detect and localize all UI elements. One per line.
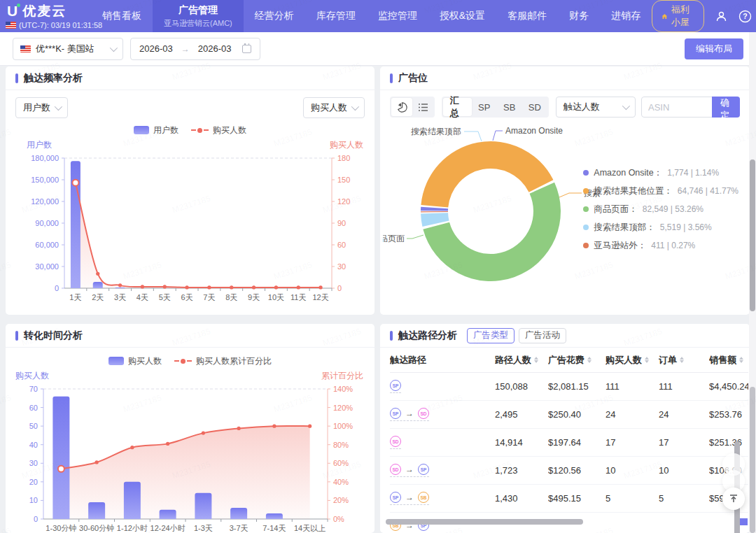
legend-item[interactable]: 亚马逊站外：411 | 0.27% [583,236,738,255]
metric-select-value: 用户数 [23,101,50,114]
table-cell: 17 [606,437,659,448]
legend-value: 64,746 | 41.77% [678,186,738,196]
table-row[interactable]: SD→SP1,723$120.561010$106.90 [390,457,748,485]
nav-item-财务[interactable]: 财务 [558,0,600,32]
svg-text:1-30分钟: 1-30分钟 [46,524,76,532]
legend-label: 商品页面： [594,204,638,215]
date-range-picker[interactable]: 2026-03 → 2026-03 [130,38,260,60]
column-header-销售额[interactable]: 销售额 [709,354,748,367]
svg-text:?: ? [743,12,747,20]
path-tab-广告活动[interactable]: 广告活动 [519,328,566,343]
svg-text:90,000: 90,000 [35,219,59,227]
type-tab-汇总[interactable]: 汇总 [443,98,472,116]
svg-text:140%: 140% [333,385,353,393]
svg-text:品页面: 品页面 [383,234,405,243]
column-header-订单[interactable]: 订单 [659,354,709,367]
table-cell: $251.36 [709,437,748,448]
asin-input[interactable] [641,97,713,118]
type-tab-SD[interactable]: SD [522,98,547,116]
ad-type-badge-SB: SB [418,492,429,503]
ad-type-badge-SP: SP [418,464,429,475]
legend-item[interactable]: 商品页面：82,549 | 53.26% [583,200,738,218]
ad-placement-panel: 广告位 汇总SPSBSD 触达人数 确定 [380,66,750,315]
svg-text:8天: 8天 [225,293,237,301]
help-icon[interactable]: ? [738,9,752,23]
table-row[interactable]: SD14,914$197.641717$251.36 [390,429,748,457]
list-view-toggle[interactable] [412,98,433,116]
legend-bar-item[interactable]: 用户数 [134,125,178,136]
legend-item[interactable]: Amazon Onsite：1,774 | 1.14% [583,164,738,182]
svg-text:6天: 6天 [181,293,193,301]
table-row[interactable]: SP150,088$2,081.15111111$4,450.24 [390,373,748,401]
nav-item-授权&设置[interactable]: 授权&设置 [428,0,496,32]
legend-line-item[interactable]: 购买人数 [191,125,246,136]
arrow-right-icon: → [181,44,190,54]
svg-text:120%: 120% [333,404,353,412]
legend-value: 411 | 0.27% [651,241,695,250]
type-tab-SB[interactable]: SB [497,98,522,116]
placement-metric-select[interactable]: 触达人数 [556,97,636,118]
sort-icon[interactable] [645,357,649,363]
sort-icon[interactable] [739,357,743,363]
svg-text:Amazon Onsite: Amazon Onsite [505,126,563,136]
type-tab-SP[interactable]: SP [472,98,497,116]
nav-item-监控管理[interactable]: 监控管理 [367,0,428,32]
edit-layout-button[interactable]: 编辑布局 [685,38,743,59]
page-scrollbar-thumb[interactable] [750,159,755,311]
support-icon[interactable] [715,9,728,23]
pie-view-toggle[interactable] [391,98,412,116]
table-horizontal-scrollbar[interactable] [386,519,583,525]
legend-value: 82,549 | 53.26% [643,204,704,214]
legend-item[interactable]: 搜索结果其他位置：64,746 | 41.77% [583,182,738,200]
svg-text:7天: 7天 [203,293,215,301]
legend-label: 搜索结果顶部： [594,222,655,234]
sort-icon[interactable] [534,357,538,363]
legend-bar-label: 用户数 [153,125,178,136]
svg-text:1-12小时: 1-12小时 [117,524,148,532]
ad-type-badge-SD: SD [390,464,401,475]
confirm-button[interactable]: 确定 [712,97,740,118]
conversion-time-panel: 转化时间分析 购买人数 购买人数累计百分比 购买人数 累计百分比 0102030… [6,324,374,533]
nav-item-客服邮件[interactable]: 客服邮件 [496,0,558,32]
svg-text:70: 70 [29,385,38,393]
table-row[interactable]: SP→SB1,430$495.1555$599.95 [390,485,748,513]
table-cell: $197.64 [548,437,606,448]
table-row[interactable]: SP→SD2,495$250.402424$253.76 [390,401,748,429]
nav-item-广告管理[interactable]: 广告管理亚马逊营销云(AMC) [153,0,244,32]
legend-line-item[interactable]: 购买人数累计百分比 [174,355,272,367]
accent-bar [390,331,393,341]
sort-icon[interactable] [587,357,592,363]
table-cell: $253.76 [709,409,748,420]
nav-item-进销存[interactable]: 进销存 [600,0,652,32]
column-header-触达路径: 触达路径 [390,354,495,367]
legend-dot-icon [583,188,589,194]
welfare-button[interactable]: 福利小屋 [652,0,704,32]
conversion-time-chart[interactable]: 0102030405060700%20%40%60%80%100%120%140… [14,381,364,533]
column-header-广告花费[interactable]: 广告花费 [548,354,606,367]
placement-donut-chart[interactable]: 搜索结果顶部Amazon Onsite搜索品页面 [383,120,601,305]
legend-bar-item[interactable]: 购买人数 [108,355,162,367]
sort-icon[interactable] [680,357,684,363]
svg-text:40%: 40% [333,478,349,486]
column-header-路径人数[interactable]: 路径人数 [495,354,548,367]
column-header-购买人数[interactable]: 购买人数 [606,354,659,367]
legend-dot-icon [583,206,589,212]
seller-select[interactable]: 优***K- 美国站 [13,38,123,60]
metric-select[interactable]: 用户数 [15,97,68,118]
page-scrollbar-thumb[interactable] [750,387,755,533]
reach-frequency-chart[interactable]: 030,00060,00090,000120,000150,000180,000… [14,150,364,309]
back-to-top-button[interactable] [722,488,745,510]
path-tab-广告类型[interactable]: 广告类型 [467,328,514,343]
nav-item-库存管理[interactable]: 库存管理 [305,0,367,32]
compare-select[interactable]: 购买人数 [303,97,365,118]
arrow-right-icon: → [405,408,414,418]
nav-item-经营分析[interactable]: 经营分析 [244,0,305,32]
left-axis-title: 购买人数 [15,370,49,382]
arrow-right-icon: → [405,464,414,474]
scrollbar-corner [740,518,748,525]
svg-text:100%: 100% [333,422,353,430]
main-menu: 销售看板广告管理亚马逊营销云(AMC)经营分析库存管理监控管理授权&设置客服邮件… [91,0,652,32]
legend-item[interactable]: 搜索结果顶部：5,519 | 3.56% [583,218,738,236]
svg-text:4天: 4天 [136,293,148,301]
chevron-down-icon [622,102,630,110]
